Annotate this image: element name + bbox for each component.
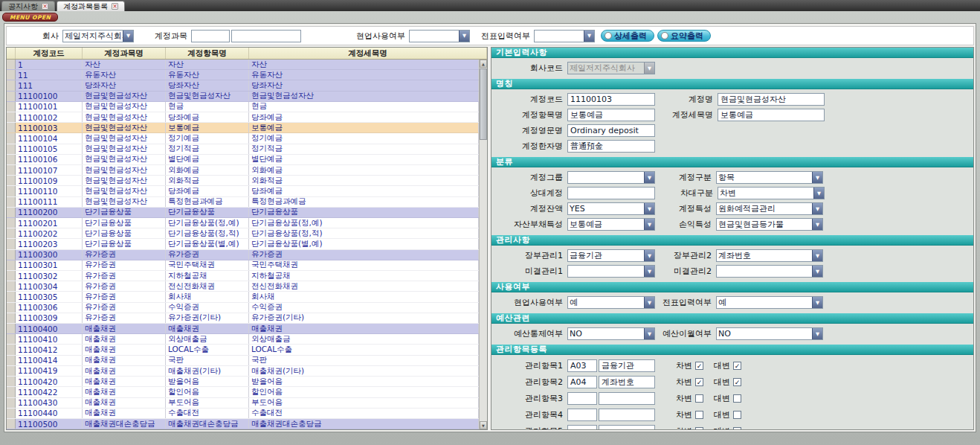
- grid-cell[interactable]: 유가증권: [83, 271, 166, 281]
- grid-cell[interactable]: 자산: [249, 60, 479, 69]
- grid-cell[interactable]: 당좌자산: [83, 80, 166, 90]
- row-selector[interactable]: [7, 155, 16, 164]
- grid-cell[interactable]: 현금및현금성자산: [83, 123, 166, 132]
- table-row[interactable]: 11100106현금및현금성자산별단예금별단예금: [7, 155, 479, 165]
- grid-cell[interactable]: 회사채: [249, 292, 479, 301]
- grid-cell[interactable]: 유가증권(기타): [249, 313, 479, 323]
- grid-cell[interactable]: 단기금융상품: [83, 218, 166, 228]
- grid-cell[interactable]: 11100414: [16, 356, 83, 365]
- table-row[interactable]: 11100102현금및현금성자산당좌예금당좌예금: [7, 112, 479, 123]
- grid-cell[interactable]: 11100104: [16, 133, 83, 143]
- grid-cell[interactable]: 지하철공채: [249, 271, 479, 281]
- table-row[interactable]: 11100111현금및현금성자산특정현금과예금특정현금과예금: [7, 197, 479, 208]
- grid-cell[interactable]: 유동자산: [83, 70, 166, 80]
- grid-cell[interactable]: 111: [16, 80, 83, 90]
- grid-cell[interactable]: 11100430: [16, 398, 83, 408]
- menu-open-button[interactable]: MENU OPEN: [2, 13, 58, 22]
- grid-cell[interactable]: 11100419: [16, 366, 83, 376]
- row-selector[interactable]: [7, 60, 16, 69]
- grid-cell[interactable]: 현금및현금성자산: [83, 155, 166, 164]
- mgmt-item-code-input[interactable]: [567, 392, 597, 405]
- scroll-up-icon[interactable]: ▲: [480, 60, 487, 68]
- slip-entry-select[interactable]: ▼: [534, 30, 595, 42]
- row-selector[interactable]: [7, 102, 16, 112]
- row-selector[interactable]: [7, 80, 16, 90]
- grid-cell[interactable]: 현금및현금성자산: [83, 186, 166, 196]
- row-selector[interactable]: [7, 197, 16, 207]
- grid-cell[interactable]: 할인어음: [249, 387, 479, 397]
- grid-cell[interactable]: 단기금융상품: [166, 208, 249, 217]
- grid-cell[interactable]: 현금및현금성자산: [83, 176, 166, 185]
- grid-cell[interactable]: 11100110: [16, 186, 83, 196]
- table-row[interactable]: 111당좌자산당좌자산당좌자산: [7, 80, 479, 91]
- row-selector[interactable]: [7, 419, 16, 429]
- row-selector[interactable]: [7, 112, 16, 122]
- grid-cell[interactable]: 외상매출금: [166, 334, 249, 344]
- grid-cell[interactable]: 보통예금: [166, 123, 249, 132]
- table-row[interactable]: 11100422매출채권할인어음할인어음: [7, 387, 479, 397]
- grid-cell[interactable]: 국판: [249, 356, 479, 365]
- grid-cell[interactable]: 11100309: [16, 313, 83, 323]
- grid-cell[interactable]: 단기금융상품: [83, 228, 166, 238]
- pending-mgmt1-select[interactable]: ▼: [567, 265, 655, 278]
- account-division-select[interactable]: 항목 ▼: [716, 171, 823, 184]
- row-selector[interactable]: [7, 334, 16, 344]
- debit-credit-division-select[interactable]: 차변 ▼: [718, 187, 825, 199]
- company-code-select[interactable]: 제일저지주식회사 ▼: [567, 62, 655, 74]
- table-row[interactable]: 11100302유가증권지하철공채지하철공채: [7, 271, 479, 281]
- row-selector[interactable]: [7, 324, 16, 333]
- grid-cell[interactable]: 11100410: [16, 334, 83, 344]
- grid-cell[interactable]: 받을어음: [166, 377, 249, 386]
- grid-cell[interactable]: 단기금융상품: [249, 208, 479, 217]
- grid-cell[interactable]: 유가증권: [83, 292, 166, 301]
- company-select[interactable]: 제일저지주식회사 ▼: [62, 30, 134, 42]
- grid-cell[interactable]: 현금및현금성자산: [83, 102, 166, 112]
- row-selector[interactable]: [7, 250, 16, 260]
- grid-cell[interactable]: 할인어음: [166, 387, 249, 397]
- detail-name-field[interactable]: [718, 109, 825, 121]
- grid-cell[interactable]: 11100201: [16, 218, 83, 228]
- grid-cell[interactable]: 매출채권: [83, 377, 166, 386]
- grid-cell[interactable]: 현금및현금성자산: [83, 112, 166, 122]
- grid-cell[interactable]: 11100105: [16, 144, 83, 154]
- row-selector[interactable]: [7, 165, 16, 175]
- grid-cell[interactable]: 국민주택채권: [249, 260, 479, 270]
- grid-cell[interactable]: 매출채권: [166, 324, 249, 333]
- row-selector[interactable]: [7, 218, 16, 228]
- account-balance-select[interactable]: YES ▼: [567, 202, 655, 215]
- account-name-field[interactable]: [718, 93, 825, 106]
- table-row[interactable]: 11유동자산유동자산유동자산: [7, 70, 479, 80]
- row-selector[interactable]: [7, 345, 16, 354]
- account-group-select[interactable]: ▼: [567, 171, 655, 184]
- grid-cell[interactable]: 당좌자산: [166, 80, 249, 90]
- grid-cell[interactable]: 외화적금: [166, 176, 249, 185]
- table-row[interactable]: 11100103현금및현금성자산보통예금보통예금: [7, 123, 479, 133]
- row-selector[interactable]: [7, 92, 16, 101]
- grid-cell[interactable]: 당좌자산: [249, 80, 479, 90]
- grid-cell[interactable]: 단기금융상품(별,예): [166, 239, 249, 249]
- grid-cell[interactable]: 11100305: [16, 292, 83, 301]
- row-selector[interactable]: [7, 409, 16, 418]
- grid-cell[interactable]: LOCAL수출: [249, 345, 479, 354]
- mgmt-item-name-input[interactable]: [599, 359, 655, 372]
- grid-cell[interactable]: 정기적금: [166, 144, 249, 154]
- grid-cell[interactable]: 11100107: [16, 165, 83, 175]
- grid-cell[interactable]: 11100200: [16, 208, 83, 217]
- item-name-field[interactable]: [567, 109, 655, 121]
- mgmt-item-name-input[interactable]: [599, 425, 655, 431]
- table-row[interactable]: 11100500매출채권대손충당금매출채권대손충당금매출채권대손충당금: [7, 419, 479, 429]
- table-row[interactable]: 11100300유가증권유가증권유가증권: [7, 250, 479, 260]
- grid-cell[interactable]: 전신전화채권: [249, 281, 479, 291]
- grid-scrollbar[interactable]: ▲ ▼: [479, 60, 487, 429]
- grid-cell[interactable]: 유가증권: [83, 260, 166, 270]
- table-row[interactable]: 11100104현금및현금성자산정기예금정기예금: [7, 133, 479, 144]
- grid-cell[interactable]: 현금및현금성자산: [249, 92, 479, 101]
- summary-print-button[interactable]: 요약출력: [657, 30, 711, 42]
- table-row[interactable]: 11100200단기금융상품단기금융상품단기금융상품: [7, 208, 479, 218]
- grid-cell[interactable]: 외화적금: [249, 176, 479, 185]
- grid-cell[interactable]: 11100304: [16, 281, 83, 291]
- table-row[interactable]: 11100430매출채권부도어음부도어음: [7, 398, 479, 409]
- row-selector[interactable]: [7, 228, 16, 238]
- grid-cell[interactable]: 11100302: [16, 271, 83, 281]
- row-selector[interactable]: [7, 123, 16, 132]
